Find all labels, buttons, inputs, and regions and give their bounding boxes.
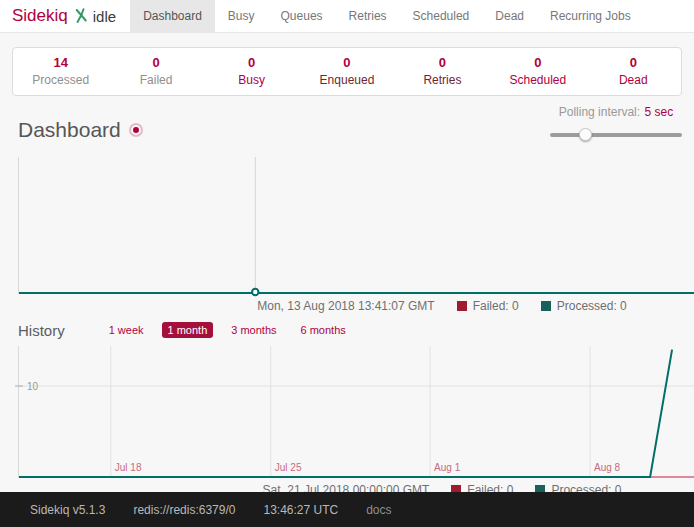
stat-value: 0 <box>586 55 681 70</box>
stat-value: 14 <box>13 55 108 70</box>
page-title-text: Dashboard <box>18 118 121 142</box>
stat-label[interactable]: Scheduled <box>490 73 585 87</box>
stat-item: 0 Busy <box>204 55 299 87</box>
svg-text:Jul 25: Jul 25 <box>275 462 302 473</box>
footer: Sidekiq v5.1.3 redis://redis:6379/0 13:4… <box>0 492 694 527</box>
stat-label: Failed <box>108 73 203 87</box>
svg-text:Aug 1: Aug 1 <box>434 462 461 473</box>
stat-label[interactable]: Busy <box>204 73 299 87</box>
history-range-button[interactable]: 1 month <box>162 322 214 338</box>
nav-tab[interactable]: Retries <box>336 0 400 32</box>
footer-time: 13:46:27 UTC <box>263 503 338 517</box>
sidekiq-logo-icon <box>73 8 88 24</box>
polling-value: 5 sec <box>645 105 674 119</box>
stat-item: 14 Processed <box>13 55 108 87</box>
dashboard-header: Dashboard Polling interval: 5 sec <box>18 110 676 152</box>
legend-processed-label: Processed: 0 <box>557 299 627 313</box>
nav-tab[interactable]: Dead <box>482 0 537 32</box>
brand-name: Sidekiq <box>12 6 68 26</box>
status-text: idle <box>93 8 116 25</box>
footer-docs-link[interactable]: docs <box>366 503 391 517</box>
stat-value: 0 <box>299 55 394 70</box>
stat-label[interactable]: Retries <box>395 73 490 87</box>
footer-redis-url: redis://redis:6379/0 <box>133 503 235 517</box>
history-range-button[interactable]: 1 week <box>103 322 150 338</box>
live-beacon-icon <box>129 123 143 137</box>
stat-item: 0 Retries <box>395 55 490 87</box>
nav-tabs: DashboardBusyQueuesRetriesScheduledDeadR… <box>130 0 644 32</box>
legend-failed-label: Failed: 0 <box>473 299 519 313</box>
history-title: History <box>18 322 65 339</box>
nav-tab[interactable]: Scheduled <box>400 0 483 32</box>
history-header: History 1 week1 month3 months6 months <box>18 320 694 340</box>
stat-item: 0 Enqueued <box>299 55 394 87</box>
legend-failed: Failed: 0 <box>457 299 519 313</box>
history-range-button[interactable]: 3 months <box>225 322 282 338</box>
stats-summary: 14 Processed 0 Failed 0 Busy 0 Enqueued … <box>12 47 682 96</box>
realtime-legend: Mon, 13 Aug 2018 13:41:07 GMT Failed: 0 … <box>0 298 694 313</box>
stat-value: 0 <box>108 55 203 70</box>
svg-text:10: 10 <box>27 381 39 392</box>
top-navbar: Sidekiq idle DashboardBusyQueuesRetriesS… <box>0 0 694 33</box>
history-range-buttons: 1 week1 month3 months6 months <box>103 322 352 338</box>
polling-interval: Polling interval: 5 sec <box>546 102 686 141</box>
stat-value: 0 <box>204 55 299 70</box>
brand[interactable]: Sidekiq idle <box>0 0 130 32</box>
legend-timestamp: Mon, 13 Aug 2018 13:41:07 GMT <box>257 299 434 313</box>
failed-swatch-icon <box>457 301 467 311</box>
stat-item: 0 Dead <box>586 55 681 87</box>
stat-item: 0 Scheduled <box>490 55 585 87</box>
polling-label: Polling interval: <box>559 105 640 119</box>
history-range-button[interactable]: 6 months <box>295 322 352 338</box>
legend-processed: Processed: 0 <box>541 299 627 313</box>
nav-tab[interactable]: Queues <box>268 0 336 32</box>
svg-text:Jul 18: Jul 18 <box>115 462 142 473</box>
nav-tab[interactable]: Dashboard <box>130 0 215 32</box>
stat-label[interactable]: Dead <box>586 73 681 87</box>
realtime-chart[interactable] <box>18 157 694 294</box>
processed-swatch-icon <box>541 301 551 311</box>
stat-label: Processed <box>13 73 108 87</box>
history-chart[interactable]: 10Jul 18Jul 25Aug 1Aug 8 <box>18 346 694 478</box>
stat-label[interactable]: Enqueued <box>299 73 394 87</box>
stat-value: 0 <box>395 55 490 70</box>
stat-item: 0 Failed <box>108 55 203 87</box>
nav-tab[interactable]: Recurring Jobs <box>537 0 644 32</box>
svg-text:Aug 8: Aug 8 <box>594 462 621 473</box>
stat-value: 0 <box>490 55 585 70</box>
footer-version: Sidekiq v5.1.3 <box>30 503 105 517</box>
nav-tab[interactable]: Busy <box>215 0 268 32</box>
slider-thumb[interactable] <box>579 128 592 141</box>
slider-track[interactable] <box>550 133 682 137</box>
polling-slider[interactable] <box>550 128 682 141</box>
